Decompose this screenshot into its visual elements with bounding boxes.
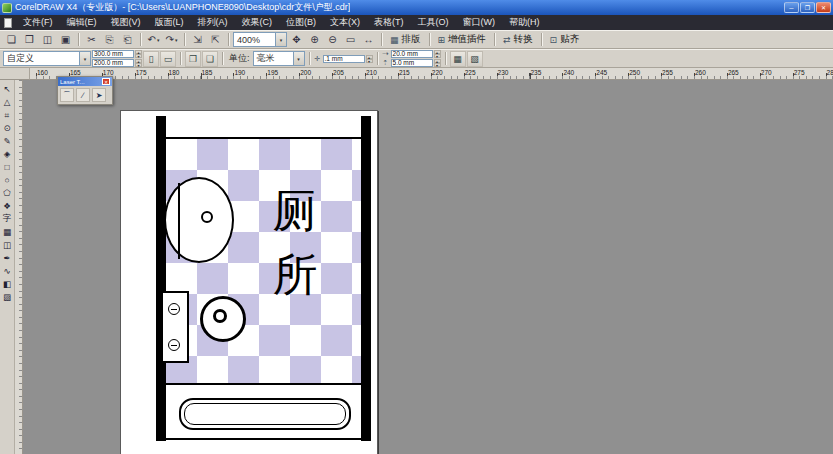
snap-settings-icon[interactable]: ▦	[450, 51, 466, 67]
current-page-icon[interactable]: ❏	[202, 51, 218, 67]
page-preset-combo[interactable]: 自定义 ▾	[3, 51, 91, 66]
blend-tool-icon[interactable]: ◫	[1, 239, 14, 251]
bathtub-shape[interactable]	[179, 398, 351, 430]
eyedropper-tool-icon[interactable]: ✒	[1, 252, 14, 264]
ellipse-tool-icon[interactable]: ○	[1, 174, 14, 186]
pan-icon[interactable]: ✥	[288, 32, 305, 48]
convert-button[interactable]: ⇄ 转换	[499, 32, 537, 48]
laser-floating-toolbar[interactable]: Laser T... ✕ ⌒ ∕ ➤	[57, 76, 113, 105]
units-combo[interactable]: 毫米 ▾	[253, 51, 305, 66]
separator	[222, 52, 223, 65]
laser-tool-2-icon[interactable]: ∕	[76, 88, 90, 102]
duplicate-y-field[interactable]: 5.0 mm	[391, 59, 433, 67]
zoom-level-combo[interactable]: 400% ▾	[233, 32, 287, 47]
export-icon[interactable]: ⇱	[207, 32, 224, 48]
chevron-down-icon[interactable]: ▾	[275, 33, 286, 46]
page-size-fields: 300.0 mm ▴▾ 200.0 mm ▴▾	[92, 50, 142, 67]
plugin-button[interactable]: ⊞ 增值插件	[434, 32, 491, 48]
snap-button[interactable]: ⊡ 贴齐	[546, 32, 584, 48]
rectangle-tool-icon[interactable]: □	[1, 161, 14, 173]
zoom-out-icon[interactable]: ⊖	[324, 32, 341, 48]
outline-tool-icon[interactable]: ∿	[1, 265, 14, 277]
all-pages-icon[interactable]: ❐	[185, 51, 201, 67]
nudge-field[interactable]: .1 mm	[323, 55, 365, 63]
import-icon[interactable]: ⇲	[189, 32, 206, 48]
landscape-icon[interactable]: ▭	[160, 51, 176, 67]
chevron-down-icon[interactable]: ▾	[157, 37, 160, 43]
drawing-canvas[interactable]: 厕所	[23, 80, 833, 454]
units-value: 毫米	[257, 52, 291, 65]
new-document-icon[interactable]: ❏	[3, 32, 20, 48]
text-tool-icon[interactable]: 字	[1, 213, 14, 225]
page-width-field[interactable]: 300.0 mm	[92, 50, 134, 58]
undo-icon[interactable]: ↶ ▾	[145, 32, 162, 48]
polygon-tool-icon[interactable]: ⬠	[1, 187, 14, 199]
left-wall-shape[interactable]	[156, 116, 166, 441]
menu-bitmaps[interactable]: 位图(B)	[279, 15, 323, 30]
duplicate-y-spinner[interactable]: ▴▾	[434, 59, 441, 67]
bottom-line-shape[interactable]	[166, 438, 361, 440]
page-width-spinner[interactable]: ▴▾	[135, 50, 142, 58]
ruler-origin-corner[interactable]	[0, 68, 30, 80]
cut-icon[interactable]: ✂	[83, 32, 100, 48]
redo-icon[interactable]: ↷ ▾	[163, 32, 180, 48]
floating-toolbar-titlebar[interactable]: Laser T... ✕	[58, 77, 112, 86]
laser-tool-1-icon[interactable]: ⌒	[60, 88, 74, 102]
menu-edit[interactable]: 编辑(E)	[60, 15, 104, 30]
minimize-button[interactable]: ─	[784, 2, 799, 13]
close-icon[interactable]: ✕	[102, 78, 110, 85]
menu-file[interactable]: 文件(F)	[16, 15, 60, 30]
sink-shape[interactable]	[164, 177, 234, 263]
document-page[interactable]: 厕所	[120, 110, 378, 454]
close-button[interactable]: ✕	[816, 2, 831, 13]
menu-table[interactable]: 表格(T)	[367, 15, 411, 30]
toilet-tank-shape[interactable]	[161, 291, 189, 363]
table-tool-icon[interactable]: ▦	[1, 226, 14, 238]
interactive-fill-tool-icon[interactable]: ▨	[1, 291, 14, 303]
duplicate-x-field[interactable]: 20.0 mm	[391, 50, 433, 58]
print-icon[interactable]: ▣	[57, 32, 74, 48]
chevron-down-icon[interactable]: ▾	[79, 52, 90, 65]
menu-view[interactable]: 视图(V)	[104, 15, 148, 30]
crop-tool-icon[interactable]: ⌗	[1, 109, 14, 121]
chevron-down-icon[interactable]: ▾	[293, 52, 304, 65]
duplicate-x-spinner[interactable]: ▴▾	[434, 50, 441, 58]
zoom-width-icon[interactable]: ↔	[360, 32, 377, 48]
portrait-icon[interactable]: ▯	[143, 51, 159, 67]
right-wall-shape[interactable]	[361, 116, 371, 441]
vertical-ruler[interactable]	[15, 80, 23, 454]
pick-tool-icon[interactable]: ↖	[1, 83, 14, 95]
nudge-spinner[interactable]: ▴▾	[366, 55, 373, 63]
freehand-tool-icon[interactable]: ✎	[1, 135, 14, 147]
divider-line-shape[interactable]	[166, 383, 361, 385]
menu-help[interactable]: 帮助(H)	[502, 15, 547, 30]
grid-settings-icon[interactable]: ▧	[467, 51, 483, 67]
menu-window[interactable]: 窗口(W)	[456, 15, 503, 30]
basic-shapes-tool-icon[interactable]: ❖	[1, 200, 14, 212]
copy-icon[interactable]: ⎘	[101, 32, 118, 48]
menu-arrange[interactable]: 排列(A)	[191, 15, 235, 30]
menu-text[interactable]: 文本(X)	[323, 15, 367, 30]
page-height-spinner[interactable]: ▴▾	[135, 59, 142, 67]
page-height-field[interactable]: 200.0 mm	[92, 59, 134, 67]
restore-button[interactable]: ❐	[800, 2, 815, 13]
laser-tool-3-icon[interactable]: ➤	[92, 88, 106, 102]
menu-tools[interactable]: 工具(O)	[411, 15, 456, 30]
floating-toolbar-title: Laser T...	[60, 79, 100, 85]
fill-tool-icon[interactable]: ◧	[1, 278, 14, 290]
chevron-down-icon[interactable]: ▾	[175, 37, 178, 43]
zoom-tool-icon[interactable]: ⊙	[1, 122, 14, 134]
toilet-bowl-shape[interactable]	[200, 296, 246, 342]
save-icon[interactable]: ◫	[39, 32, 56, 48]
room-label-text[interactable]: 厕所	[267, 179, 323, 307]
paste-icon[interactable]: ⎗	[119, 32, 136, 48]
zoom-page-icon[interactable]: ▭	[342, 32, 359, 48]
layout-button[interactable]: ▦ 排版	[386, 32, 425, 48]
menu-effects[interactable]: 效果(C)	[235, 15, 280, 30]
smart-fill-tool-icon[interactable]: ◈	[1, 148, 14, 160]
menu-layout[interactable]: 版面(L)	[148, 15, 191, 30]
open-icon[interactable]: ❒	[21, 32, 38, 48]
zoom-in-icon[interactable]: ⊕	[306, 32, 323, 48]
horizontal-ruler[interactable]: 1601651701751801851901952002052102152202…	[30, 68, 833, 80]
shape-tool-icon[interactable]: △	[1, 96, 14, 108]
